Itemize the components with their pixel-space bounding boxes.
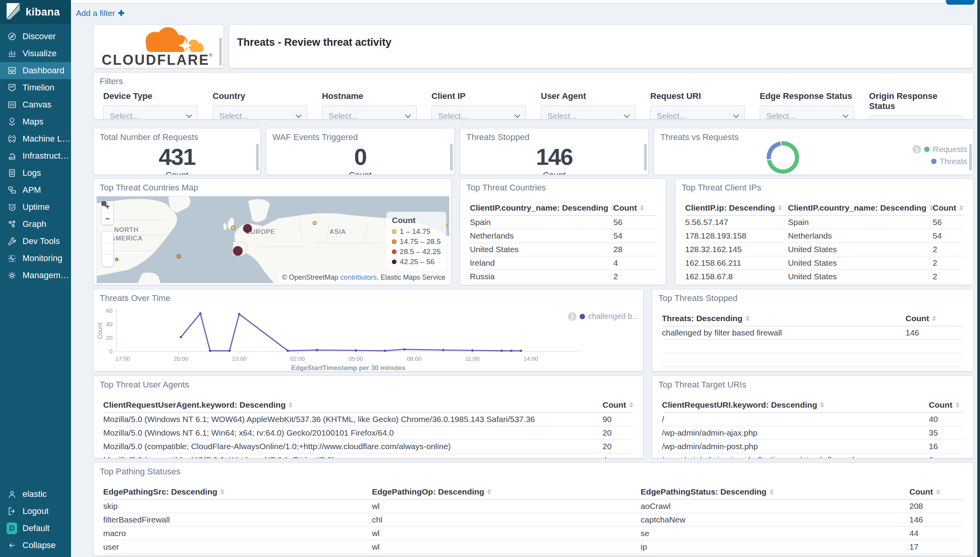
sidebar-item-canvas[interactable]: Canvas	[0, 96, 71, 113]
sort-icon	[932, 316, 936, 321]
column-header[interactable]: Count	[929, 400, 964, 410]
sidebar-item-management[interactable]: Management	[0, 267, 71, 284]
legend-expand-icon[interactable]: ❯	[912, 145, 921, 154]
legend-item-challenged[interactable]: ❯ challenged b...	[568, 312, 639, 321]
table-cell: 6	[929, 455, 964, 458]
filters-panel-title: Filters	[100, 76, 123, 86]
table-cell: Ireland	[470, 258, 613, 268]
filter-request-uri-select[interactable]: Select...	[650, 106, 745, 119]
arrow-left-icon	[7, 540, 17, 551]
panel-scrollbar[interactable]	[969, 144, 972, 171]
column-header[interactable]: Count	[603, 400, 634, 410]
table-cell: 162.158.66.211	[685, 258, 788, 268]
top-threat-client-ips-table: ClientIP.ip: DescendingClientIP.country_…	[685, 201, 964, 284]
column-header[interactable]: ClientRequestUserAgent.keyword: Descendi…	[103, 400, 603, 410]
table-row: Russia2	[470, 270, 656, 284]
column-header[interactable]: EdgePathingSrc: Descending	[103, 487, 372, 496]
kibana-logo-band[interactable]: kibana	[0, 0, 71, 24]
sidebar-item-logout[interactable]: Logout	[0, 503, 71, 520]
legend-item-threats[interactable]: Threats	[931, 157, 967, 166]
sidebar-item-dev-tools[interactable]: Dev Tools	[0, 233, 71, 250]
table-cell: United States	[788, 245, 933, 254]
table-cell: 28	[613, 245, 656, 254]
column-header[interactable]: EdgePathingStatus: Descending	[641, 487, 909, 496]
column-header[interactable]: Count	[933, 203, 964, 213]
sidebar-item-monitoring[interactable]: Monitoring	[0, 250, 71, 267]
table-row: filterBasedFirewallchlcaptchaNew146	[103, 513, 964, 527]
table-row: /wp-admin/admin-ajax.php35	[662, 426, 964, 440]
legend-expand-icon[interactable]: ❯	[568, 312, 577, 321]
table-cell: 44	[909, 529, 964, 538]
sidebar-item-discover[interactable]: Discover	[0, 28, 71, 45]
column-header[interactable]: Count	[906, 314, 964, 323]
table-row	[662, 353, 964, 367]
column-header[interactable]: Threats: Descending	[662, 314, 906, 323]
default-space-badge: D	[7, 523, 17, 534]
map-polygon-tool[interactable]	[102, 243, 113, 255]
panel-scrollbar[interactable]	[256, 144, 259, 171]
filter-user-agent-select[interactable]: Select...	[541, 106, 635, 119]
requests-dot	[924, 147, 930, 152]
add-filter-link[interactable]: Add a filter	[76, 9, 124, 18]
top-threat-target-uris-panel: Top Threat Target URIs ClientRequestURI.…	[652, 375, 974, 458]
sidebar-item-timelion[interactable]: Timelion	[0, 79, 71, 96]
threats-over-time-chart[interactable]: 020406017:0020:0023:0002:0005:0008:0011:…	[93, 289, 643, 371]
chevron-down-icon	[843, 112, 849, 118]
sidebar-item-user[interactable]: elastic	[0, 486, 71, 503]
column-header[interactable]: Count	[613, 203, 656, 213]
table-row: /wp-admin/admin-post.php16	[662, 440, 964, 453]
column-header[interactable]: Count	[909, 487, 964, 496]
svg-text:05:00: 05:00	[348, 355, 363, 362]
panel-scrollbar[interactable]	[450, 144, 453, 171]
sidebar-item-infrastructure[interactable]: Infrastructure	[0, 147, 71, 164]
map-canvas[interactable]: NORTHAMERICAEUROPEASIA + −	[97, 196, 449, 283]
panel-scrollbar[interactable]	[219, 38, 222, 66]
column-header[interactable]: ClientIP.country_name: Descending	[788, 203, 933, 213]
panel-scrollbar[interactable]	[644, 144, 647, 171]
sidebar-item-graph[interactable]: Graph	[0, 216, 71, 233]
table-header-row: EdgePathingSrc: DescendingEdgePathingOp:…	[103, 484, 964, 500]
sidebar-item-logs[interactable]: Logs	[0, 164, 71, 182]
filter-country-select[interactable]: Select...	[213, 106, 307, 119]
map-rectangle-tool[interactable]	[102, 255, 113, 266]
page-scrollbar[interactable]	[977, 0, 980, 557]
map-zoom-out-button[interactable]: −	[102, 213, 113, 225]
table-cell: 128.32.162.145	[685, 245, 788, 254]
openstreetmap-link[interactable]: contributors,	[340, 273, 379, 281]
sidebar-item-collapse[interactable]: Collapse	[0, 537, 71, 554]
table-cell: United States	[788, 272, 933, 281]
legend-item-requests[interactable]: ❯ Requests	[912, 145, 967, 154]
column-header[interactable]: ClientRequestURI.keyword: Descending	[662, 400, 929, 410]
sidebar-item-visualize[interactable]: Visualize	[0, 45, 71, 62]
chevron-down-icon	[733, 112, 739, 118]
top-threats-stopped-table: Threats: DescendingCountchallenged by fi…	[662, 311, 964, 367]
filter-client-ip-select[interactable]: Select...	[431, 106, 526, 119]
filter-hostname-select[interactable]: Select...	[322, 106, 417, 119]
filters-panel: Filters Device Type Select... Country Se…	[93, 72, 974, 119]
threats-vs-requests-donut[interactable]	[767, 141, 799, 174]
table-cell: Spain	[788, 218, 933, 227]
main-content: Add a filter CLOUDFLARE ® Threats - Revi…	[71, 0, 980, 557]
svg-text:23:00: 23:00	[232, 355, 247, 362]
sidebar-item-apm[interactable]: APM	[0, 182, 71, 199]
query-bar-partial[interactable]	[71, 0, 980, 3]
sidebar-item-uptime[interactable]: Uptime	[0, 199, 71, 216]
filter-edge-response-status-select[interactable]: Select...	[760, 106, 854, 119]
table-cell: user	[103, 542, 372, 552]
table-row: Mozilla/5.0 (Windows NT 6.1; WOW64) Appl…	[103, 413, 634, 426]
map-box-select-tool[interactable]	[102, 232, 113, 243]
filter-origin-response-status-select[interactable]: Select...	[869, 116, 964, 119]
table-cell: 162.158.67.8	[685, 272, 788, 281]
column-header[interactable]: ClientIP.ip: Descending	[685, 203, 788, 213]
filter-edge-response-status: Edge Response Status Select...	[760, 91, 854, 119]
sidebar-item-machine-learning[interactable]: Machine Le...	[0, 130, 71, 147]
sidebar: kibana Discover Visualize Dashboard Time…	[0, 0, 71, 557]
table-cell: Mozilla/5.0 (compatible; CloudFlare-Alwa…	[103, 442, 603, 451]
table-row: macrowlse44	[103, 527, 964, 540]
column-header[interactable]: ClientIP.country_name: Descending	[470, 203, 613, 213]
sidebar-item-default-space[interactable]: D Default	[0, 520, 71, 537]
sidebar-item-maps[interactable]: Maps	[0, 113, 71, 130]
sidebar-item-dashboard[interactable]: Dashboard	[0, 62, 71, 79]
column-header[interactable]: EdgePathingOp: Descending	[372, 487, 641, 496]
filter-device-type-select[interactable]: Select...	[103, 106, 198, 119]
